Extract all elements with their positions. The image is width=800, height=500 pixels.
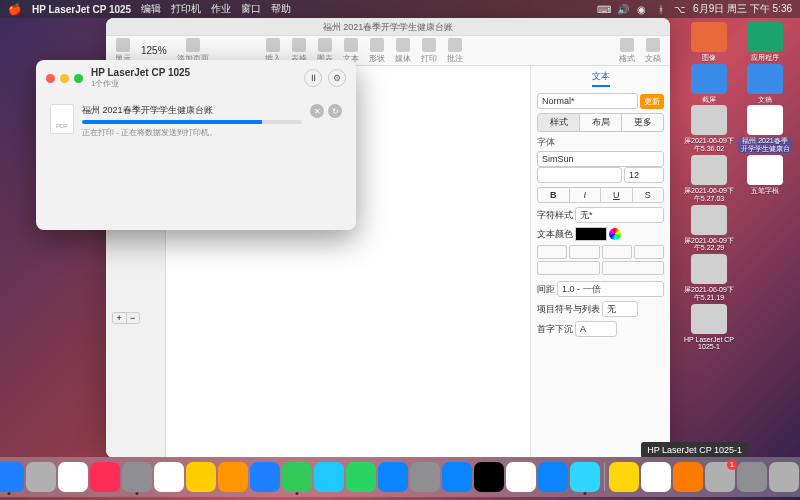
dock-app[interactable]	[122, 462, 152, 492]
job-refresh-button[interactable]: ↻	[328, 104, 342, 118]
desktop-item[interactable]: HP LaserJet CP 1025-1	[682, 304, 736, 351]
menu-printer[interactable]: 打印机	[171, 2, 201, 16]
desktop-item[interactable]: 屏2021-06-09下午5.21.19	[682, 254, 736, 301]
dock-app[interactable]	[218, 462, 248, 492]
spacing-select[interactable]: 1.0 - 一倍	[557, 281, 664, 297]
dock-app[interactable]	[282, 462, 312, 492]
tab-layout[interactable]: 布局	[580, 114, 622, 131]
update-style-button[interactable]: 更新	[640, 94, 664, 109]
apple-menu[interactable]: 🍎	[8, 3, 22, 16]
menubar-datetime[interactable]: 6月9日 周三 下午 5:36	[693, 2, 792, 16]
app-name[interactable]: HP LaserJet CP 1025	[32, 4, 131, 15]
file-label: 图像	[702, 54, 716, 62]
input-method-icon[interactable]: ⌨	[598, 4, 609, 15]
desktop-item[interactable]: 图像	[682, 22, 736, 62]
dock-app[interactable]	[538, 462, 568, 492]
desktop-item[interactable]: 福州 2021春季开学学生健康台账	[738, 105, 792, 153]
volume-icon[interactable]: 🔊	[617, 4, 628, 15]
italic-button[interactable]: I	[570, 188, 602, 202]
file-label: 屏2021-06-09下午5.22.29	[682, 237, 736, 252]
printer-settings-button[interactable]: ⚙	[328, 69, 346, 87]
strike-button[interactable]: S	[633, 188, 664, 202]
bold-button[interactable]: B	[538, 188, 570, 202]
align-right[interactable]	[602, 245, 632, 259]
dock-app[interactable]	[58, 462, 88, 492]
document-icon: PDF	[50, 104, 74, 134]
font-size-input[interactable]: 12	[624, 167, 664, 183]
desktop-item[interactable]: 截屏	[682, 64, 736, 104]
tb-print[interactable]: 打印	[418, 38, 440, 64]
tb-document[interactable]: 文稿	[642, 38, 664, 64]
indent[interactable]	[602, 261, 665, 275]
outdent[interactable]	[537, 261, 600, 275]
spacing-label: 间距	[537, 283, 555, 296]
thumb-add-remove[interactable]: +−	[112, 312, 140, 324]
desktop-item[interactable]: 文稿	[738, 64, 792, 104]
dropcap-select[interactable]: A	[575, 321, 617, 337]
text-color-label: 文本颜色	[537, 228, 573, 241]
color-wheel-icon[interactable]	[609, 228, 621, 240]
dock-app[interactable]	[641, 462, 671, 492]
dock-app[interactable]	[90, 462, 120, 492]
menu-window[interactable]: 窗口	[241, 2, 261, 16]
desktop-item[interactable]: 屏2021-06-09下午5.27.03	[682, 155, 736, 202]
file-label: 屏2021-06-09下午5.36.02	[682, 137, 736, 152]
tb-media[interactable]: 媒体	[392, 38, 414, 64]
dock-app[interactable]	[673, 462, 703, 492]
font-weight-select[interactable]	[537, 167, 622, 183]
align-left[interactable]	[537, 245, 567, 259]
dock-app[interactable]	[250, 462, 280, 492]
wifi-icon[interactable]: ◉	[636, 4, 647, 15]
dock-app[interactable]	[186, 462, 216, 492]
underline-button[interactable]: U	[601, 188, 633, 202]
tab-style[interactable]: 样式	[538, 114, 580, 131]
text-color-well[interactable]	[575, 227, 607, 241]
desktop-item[interactable]: 屏2021-06-09下午5.36.02	[682, 105, 736, 153]
align-center[interactable]	[569, 245, 599, 259]
dock-app[interactable]	[769, 462, 799, 492]
dock-app[interactable]	[737, 462, 767, 492]
dock-app[interactable]	[570, 462, 600, 492]
dock-app[interactable]	[410, 462, 440, 492]
dock-app[interactable]	[26, 462, 56, 492]
align-justify[interactable]	[634, 245, 664, 259]
file-icon	[747, 155, 783, 185]
insp-top-text[interactable]: 文本	[592, 70, 610, 87]
dock-app[interactable]	[506, 462, 536, 492]
desktop-item[interactable]: 五笔字根	[738, 155, 792, 202]
dock-app[interactable]	[346, 462, 376, 492]
close-button[interactable]	[46, 74, 55, 83]
file-icon	[691, 64, 727, 94]
dock-app[interactable]	[314, 462, 344, 492]
dock-app[interactable]	[154, 462, 184, 492]
file-icon	[691, 304, 727, 334]
menu-jobs[interactable]: 作业	[211, 2, 231, 16]
tb-zoom[interactable]: 125%	[138, 45, 170, 56]
char-style-select[interactable]: 无*	[575, 207, 664, 223]
minimize-button[interactable]	[60, 74, 69, 83]
dock-app[interactable]	[609, 462, 639, 492]
alignment-row	[537, 245, 664, 259]
file-label: 文稿	[758, 96, 772, 104]
job-cancel-button[interactable]: ✕	[310, 104, 324, 118]
tb-comment[interactable]: 批注	[444, 38, 466, 64]
paragraph-style-select[interactable]: Normal*	[537, 93, 638, 109]
desktop-item[interactable]: 屏2021-06-09下午5.22.29	[682, 205, 736, 252]
dock-app[interactable]	[0, 462, 24, 492]
menu-help[interactable]: 帮助	[271, 2, 291, 16]
bullets-select[interactable]: 无	[602, 301, 638, 317]
tb-shape[interactable]: 形状	[366, 38, 388, 64]
control-center-icon[interactable]: ⌥	[674, 4, 685, 15]
desktop-item[interactable]: 应用程序	[738, 22, 792, 62]
menu-edit[interactable]: 编辑	[141, 2, 161, 16]
dock-app[interactable]: 1	[705, 462, 735, 492]
tab-more[interactable]: 更多	[622, 114, 663, 131]
dock-app[interactable]	[378, 462, 408, 492]
bluetooth-icon[interactable]: ᚼ	[655, 4, 666, 15]
zoom-button[interactable]	[74, 74, 83, 83]
dock-app[interactable]	[474, 462, 504, 492]
font-family-select[interactable]: SimSun	[537, 151, 664, 167]
dock-app[interactable]	[442, 462, 472, 492]
tb-format[interactable]: 格式	[616, 38, 638, 64]
pause-all-button[interactable]: ⏸	[304, 69, 322, 87]
